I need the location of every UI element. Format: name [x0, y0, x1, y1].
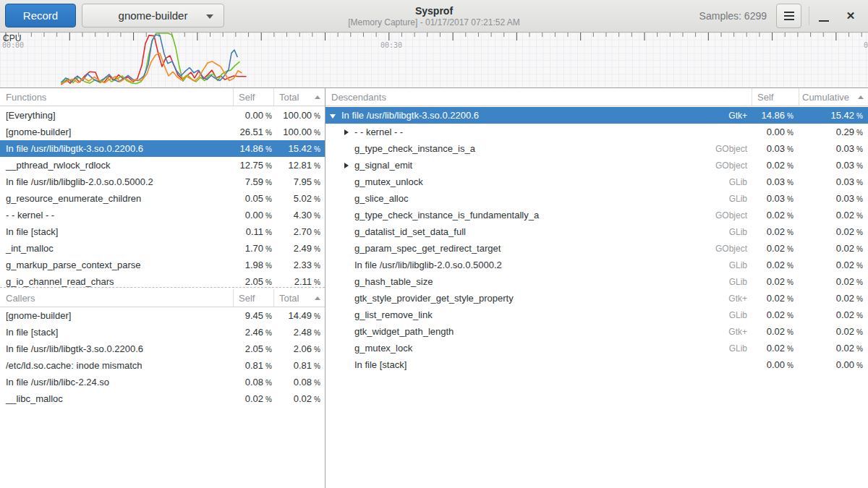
- expander-spacer: [343, 245, 350, 252]
- function-name: In file /usr/lib/libgtk-3.so.0.2200.6: [0, 143, 234, 154]
- table-row[interactable]: /etc/ld.so.cache: inode mismatch0.81%0.8…: [0, 357, 325, 374]
- self-percent: 0.02%: [752, 260, 799, 270]
- function-name-cell: g_type_check_instance_is_fundamentally_a…: [326, 210, 752, 221]
- tree-row[interactable]: g_type_check_instance_is_fundamentally_a…: [326, 207, 868, 223]
- self-percent: 0.05%: [234, 193, 274, 204]
- callers-table-body: [gnome-builder]9.45%14.49%In file [stack…: [0, 307, 325, 407]
- table-row[interactable]: In file /usr/lib/libgtk-3.so.0.2200.614.…: [0, 140, 325, 157]
- expander-open-icon[interactable]: [330, 112, 337, 119]
- hamburger-icon: [784, 12, 794, 13]
- callers-column-header[interactable]: Callers: [0, 289, 234, 307]
- cumulative-percent: 0.03%: [799, 193, 868, 204]
- function-name: - - kernel - -: [354, 127, 403, 137]
- table-row[interactable]: - - kernel - -0.00%4.30%: [0, 207, 325, 223]
- category-badge: GLib: [729, 277, 752, 287]
- function-name-cell: gtk_style_provider_get_style_propertyGtk…: [326, 293, 752, 304]
- table-row[interactable]: g_markup_parse_context_parse1.98%2.33%: [0, 257, 325, 273]
- table-row[interactable]: In file [stack]0.11%2.70%: [0, 223, 325, 240]
- total-percent: 2.48%: [274, 327, 325, 338]
- table-row[interactable]: [gnome-builder]26.51%100.00%: [0, 124, 325, 140]
- tree-row[interactable]: In file /usr/lib/libglib-2.0.so.0.5000.2…: [326, 257, 868, 273]
- table-row[interactable]: g_resource_enumerate_children0.05%5.02%: [0, 190, 325, 207]
- tree-row[interactable]: g_mutex_lockGLib0.02%0.02%: [326, 340, 868, 356]
- record-button[interactable]: Record: [5, 4, 76, 27]
- tree-row[interactable]: In file /usr/lib/libgtk-3.so.0.2200.6Gtk…: [326, 107, 868, 124]
- self-column-header[interactable]: Self: [234, 88, 274, 106]
- function-name-cell: g_datalist_id_set_data_fullGLib: [326, 226, 752, 237]
- total-percent: 100.00%: [274, 127, 325, 137]
- functions-column-header[interactable]: Functions: [0, 88, 234, 106]
- close-icon: ✕: [846, 9, 856, 22]
- cpu-timeline-graph[interactable]: CPU 00:0000:3001:00: [0, 33, 868, 88]
- function-name: /etc/ld.so.cache: inode mismatch: [0, 360, 234, 371]
- tree-row[interactable]: g_datalist_id_set_data_fullGLib0.02%0.02…: [326, 223, 868, 240]
- function-name: g_mutex_unlock: [354, 176, 423, 187]
- descendants-column-header[interactable]: Descendants: [326, 88, 752, 106]
- expander-spacer: [343, 345, 350, 352]
- self-column-header[interactable]: Self: [234, 289, 274, 307]
- function-name-cell: g_param_spec_get_redirect_targetGObject: [326, 243, 752, 254]
- menu-button[interactable]: [776, 4, 801, 28]
- process-selector-dropdown[interactable]: gnome-builder: [82, 4, 224, 27]
- function-name: - - kernel - -: [0, 210, 234, 221]
- self-percent: 0.02%: [752, 226, 799, 237]
- function-name-cell: In file /usr/lib/libgtk-3.so.0.2200.6Gtk…: [326, 110, 752, 121]
- cumulative-column-header[interactable]: Cumulative: [799, 88, 868, 106]
- function-name: In file /usr/lib/libc-2.24.so: [0, 377, 234, 388]
- expander-closed-icon[interactable]: [343, 129, 350, 136]
- self-percent: 0.02%: [752, 210, 799, 221]
- tree-row[interactable]: g_type_check_instance_is_aGObject0.03%0.…: [326, 140, 868, 157]
- function-name: g_markup_parse_context_parse: [0, 260, 234, 270]
- function-name-cell: gtk_widget_path_lengthGtk+: [326, 326, 752, 337]
- self-percent: 0.03%: [752, 176, 799, 187]
- table-row[interactable]: __pthread_rwlock_rdlock12.75%12.81%: [0, 157, 325, 174]
- total-percent: 15.42%: [274, 143, 325, 154]
- expander-spacer: [343, 262, 350, 269]
- tree-row[interactable]: g_slice_allocGLib0.03%0.03%: [326, 190, 868, 207]
- tree-row[interactable]: In file [stack]0.00%0.00%: [326, 356, 868, 373]
- close-button[interactable]: ✕: [839, 4, 862, 28]
- function-name-cell: g_hash_table_sizeGLib: [326, 276, 752, 287]
- table-row[interactable]: g_io_channel_read_chars2.05%2.11%: [0, 273, 325, 287]
- table-row[interactable]: In file /usr/lib/libgtk-3.so.0.2200.62.0…: [0, 341, 325, 357]
- category-badge: GObject: [715, 144, 752, 154]
- function-name: g_type_check_instance_is_a: [354, 143, 475, 154]
- tree-row[interactable]: g_mutex_unlockGLib0.03%0.03%: [326, 174, 868, 190]
- total-percent: 0.81%: [274, 360, 325, 371]
- self-percent: 2.05%: [234, 343, 274, 354]
- self-percent: 0.02%: [752, 276, 799, 287]
- table-row[interactable]: [gnome-builder]9.45%14.49%: [0, 307, 325, 324]
- tree-row[interactable]: g_hash_table_sizeGLib0.02%0.02%: [326, 273, 868, 290]
- self-percent: 0.00%: [752, 127, 799, 137]
- table-row[interactable]: In file /usr/lib/libglib-2.0.so.0.5000.2…: [0, 174, 325, 190]
- tree-row[interactable]: g_param_spec_get_redirect_targetGObject0…: [326, 240, 868, 257]
- table-row[interactable]: In file /usr/lib/libc-2.24.so0.08%0.08%: [0, 374, 325, 390]
- descendants-table-body: In file /usr/lib/libgtk-3.so.0.2200.6Gtk…: [326, 107, 868, 373]
- self-column-header[interactable]: Self: [752, 88, 799, 106]
- self-percent: 0.00%: [234, 210, 274, 221]
- table-row[interactable]: _int_malloc1.70%2.49%: [0, 240, 325, 257]
- category-badge: GLib: [729, 194, 752, 204]
- minimize-button[interactable]: [813, 4, 835, 28]
- tree-row[interactable]: - - kernel - -0.00%0.29%: [326, 124, 868, 140]
- tree-row[interactable]: g_signal_emitGObject0.02%0.03%: [326, 157, 868, 174]
- category-badge: GLib: [729, 260, 752, 270]
- expander-closed-icon[interactable]: [343, 162, 350, 169]
- self-percent: 0.08%: [234, 377, 274, 388]
- expander-spacer: [343, 328, 350, 335]
- table-row[interactable]: __libc_malloc0.02%0.02%: [0, 390, 325, 407]
- total-column-header[interactable]: Total: [274, 289, 325, 307]
- table-row[interactable]: In file [stack]2.46%2.48%: [0, 324, 325, 341]
- function-name: In file /usr/lib/libgtk-3.so.0.2200.6: [341, 110, 479, 121]
- tree-row[interactable]: g_list_remove_linkGLib0.02%0.02%: [326, 307, 868, 323]
- function-name: g_hash_table_size: [354, 276, 433, 287]
- tree-row[interactable]: gtk_widget_path_lengthGtk+0.02%0.02%: [326, 323, 868, 340]
- tree-row[interactable]: gtk_style_provider_get_style_propertyGtk…: [326, 290, 868, 307]
- category-badge: GObject: [715, 160, 752, 171]
- total-column-header[interactable]: Total: [274, 88, 325, 106]
- self-percent: 0.81%: [234, 360, 274, 371]
- total-percent: 5.02%: [274, 193, 325, 204]
- table-row[interactable]: [Everything]0.00%100.00%: [0, 107, 325, 124]
- self-percent: 1.70%: [234, 243, 274, 254]
- function-name-cell: g_mutex_unlockGLib: [326, 176, 752, 187]
